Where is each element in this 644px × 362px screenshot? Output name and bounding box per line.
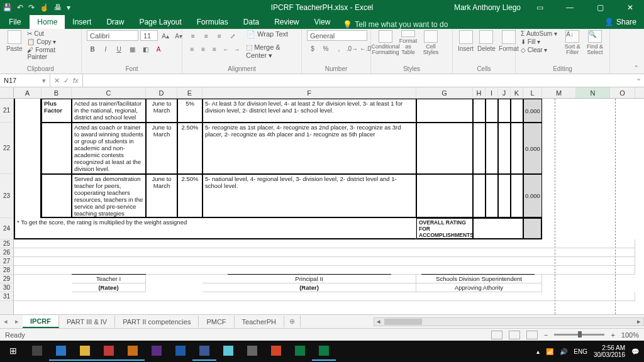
action-center-icon[interactable]: 💬 [631, 348, 639, 355]
tab-home[interactable]: Home [30, 15, 65, 29]
autosum-button[interactable]: Σ AutoSum ▾ [521, 30, 559, 37]
zoom-in-button[interactable]: + [611, 331, 614, 339]
font-color-button[interactable]: A [153, 43, 164, 55]
cut-button[interactable]: ✂ Cut [27, 30, 76, 37]
wifi-icon[interactable]: 📶 [546, 348, 553, 355]
cell-styles-button[interactable]: Cell Styles [421, 30, 440, 55]
quick-print-icon[interactable]: 🖶 [54, 3, 62, 12]
fill-color-button[interactable]: ◧ [140, 43, 151, 55]
font-size-select[interactable]: 11 [140, 30, 158, 41]
sheet-nav-prev[interactable]: ◂ [0, 317, 11, 326]
taskbar-app-7[interactable] [192, 342, 216, 361]
sheet-tab-ipcrf[interactable]: IPCRF [23, 315, 59, 328]
column-headers[interactable]: A B C D E F G H I J K L M N O [0, 87, 644, 99]
sort-filter-button[interactable]: A↓Sort & Filter [563, 30, 582, 55]
select-all-corner[interactable] [0, 87, 14, 98]
tell-me[interactable]: 💡 Tell me what you want to do [343, 20, 448, 29]
grow-font-button[interactable]: A▴ [160, 30, 171, 41]
taskbar-app-12[interactable] [312, 342, 336, 361]
enter-formula-button[interactable]: ✓ [64, 77, 69, 85]
format-as-table-button[interactable]: Format as Table [399, 30, 418, 55]
language-indicator[interactable]: ENG [574, 348, 587, 355]
comma-button[interactable]: , [333, 43, 345, 54]
bold-button[interactable]: B [87, 43, 98, 55]
taskbar-app-8[interactable] [216, 342, 240, 361]
taskbar-app-4[interactable] [121, 342, 145, 361]
merge-center-button[interactable]: ⬚ Merge & Center ▾ [246, 43, 296, 60]
spreadsheet-grid[interactable]: A B C D E F G H I J K L M N O 21 22 23 2… [0, 87, 644, 314]
taskbar-app-9[interactable] [240, 342, 264, 361]
cancel-formula-button[interactable]: ✕ [54, 77, 60, 85]
taskbar-app-1[interactable] [49, 342, 73, 361]
view-pagebreak-button[interactable] [526, 331, 538, 339]
taskbar-app-2[interactable] [73, 342, 97, 361]
taskbar-app-10[interactable] [264, 342, 288, 361]
user-name[interactable]: Mark Anthony Llego [454, 3, 521, 12]
sheet-tab-teacherph[interactable]: TeacherPH [235, 316, 284, 327]
orientation-button[interactable]: ⤢ [227, 30, 238, 41]
format-painter-button[interactable]: 🖌 Format Painter [27, 47, 76, 60]
indent-inc-button[interactable]: → [232, 43, 242, 55]
tab-file[interactable]: File [0, 15, 30, 29]
zoom-out-button[interactable]: − [544, 331, 548, 339]
tab-formulas[interactable]: Formulas [189, 15, 236, 29]
align-center-button[interactable]: ≡ [199, 43, 208, 55]
delete-cells-button[interactable]: Delete [477, 30, 496, 55]
touch-mode-icon[interactable]: ☝ [40, 3, 49, 12]
align-bottom-button[interactable]: ≡ [214, 30, 225, 41]
view-normal-button[interactable] [491, 331, 502, 339]
conditional-formatting-button[interactable]: Conditional Formatting [376, 30, 395, 55]
start-button[interactable]: ⊞ [1, 342, 25, 361]
dec-decimal-button[interactable]: ←.0 [360, 43, 371, 54]
fill-button[interactable]: ⬇ Fill ▾ [521, 38, 559, 45]
undo-icon[interactable]: ↶ [17, 3, 23, 12]
share-button[interactable]: 👤 Share [597, 15, 644, 29]
qat-more-icon[interactable]: ▾ [67, 3, 70, 12]
task-view-button[interactable] [25, 342, 49, 361]
tab-review[interactable]: Review [267, 15, 306, 29]
inc-decimal-button[interactable]: .0→ [347, 43, 358, 54]
border-button[interactable]: ▦ [126, 43, 138, 55]
sheet-tab-part3-4[interactable]: PART III & IV [59, 316, 115, 327]
taskbar-app-11[interactable] [288, 342, 312, 361]
clear-button[interactable]: ◇ Clear ▾ [521, 47, 559, 53]
font-name-select[interactable]: Calibri [87, 30, 138, 41]
expand-formula-bar-button[interactable]: ⌄ [633, 74, 644, 87]
taskbar-app-3[interactable] [97, 342, 121, 361]
number-format-select[interactable]: General [307, 30, 367, 41]
sheet-tab-pmcf[interactable]: PMCF [199, 316, 234, 327]
align-left-button[interactable]: ≡ [187, 43, 197, 55]
scroll-right-icon[interactable]: ▸ [635, 317, 643, 326]
close-button[interactable]: ✕ [619, 3, 641, 12]
volume-icon[interactable]: 🔊 [560, 348, 567, 355]
sheet-nav-next[interactable]: ▸ [11, 317, 23, 326]
zoom-level[interactable]: 100% [621, 331, 639, 339]
ribbon-collapse[interactable]: ⌃ [610, 29, 644, 74]
sheet-tab-part2[interactable]: PART II competencies [115, 316, 199, 327]
italic-button[interactable]: I [100, 43, 111, 55]
minimize-button[interactable]: — [558, 3, 581, 12]
name-box[interactable]: N17▾ [0, 74, 50, 87]
paste-button[interactable]: Paste [5, 30, 23, 55]
scroll-thumb[interactable] [384, 319, 422, 325]
formula-bar[interactable] [83, 74, 633, 87]
align-middle-button[interactable]: ≡ [201, 30, 212, 41]
horizontal-scrollbar[interactable]: ◂ ▸ [374, 317, 644, 326]
add-sheet-button[interactable]: ⊕ [284, 315, 301, 327]
cell-area[interactable]: Plus Factor Acted as trainer/facilitator… [14, 99, 644, 314]
ribbon-options-icon[interactable]: ▭ [528, 3, 551, 12]
tab-draw[interactable]: Draw [99, 15, 131, 29]
currency-button[interactable]: $ [307, 43, 318, 54]
align-right-button[interactable]: ≡ [210, 43, 219, 55]
underline-button[interactable]: U [113, 43, 125, 55]
copy-button[interactable]: 📋 Copy ▾ [27, 38, 76, 45]
scroll-left-icon[interactable]: ◂ [374, 317, 383, 326]
insert-cells-button[interactable]: Insert [458, 30, 474, 55]
tab-data[interactable]: Data [236, 15, 267, 29]
wrap-text-button[interactable]: 📄 Wrap Text [247, 30, 288, 41]
view-pagelayout-button[interactable] [509, 331, 520, 339]
indent-dec-button[interactable]: ← [221, 43, 230, 55]
save-icon[interactable]: 💾 [3, 3, 12, 12]
taskbar-app-6[interactable] [169, 342, 192, 361]
tab-view[interactable]: View [307, 15, 338, 29]
